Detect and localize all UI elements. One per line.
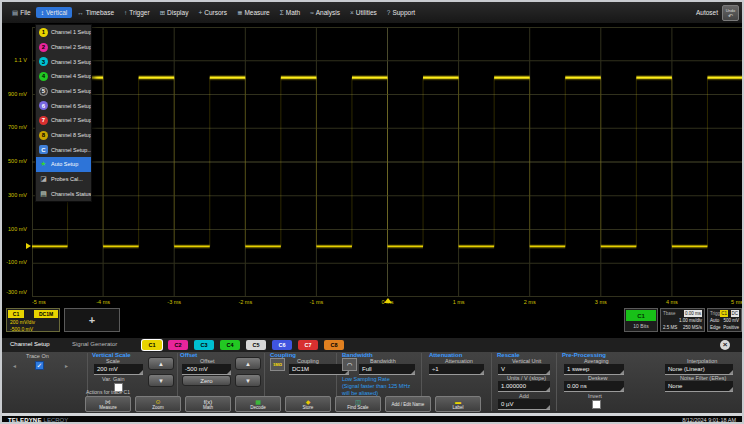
menubar-item-measure[interactable]: ≣ Measure xyxy=(232,7,275,18)
close-icon[interactable]: × xyxy=(720,340,730,350)
attenuation-select[interactable]: ÷1 xyxy=(429,364,484,375)
trigger-summary-box[interactable]: Trigger C1 DC Auto 500 mV Edge Positive xyxy=(707,308,742,332)
undo-button[interactable]: Undo ↶ xyxy=(722,5,739,21)
menu-item-channel-8-setup[interactable]: 8 Channel 8 Setup... xyxy=(36,128,91,143)
channel-chip-c7[interactable]: C7 xyxy=(298,340,318,350)
oscilloscope-app: ▤ File ↕ Vertical ↔ Timebase ↑ Trigger ⊞… xyxy=(0,0,744,424)
bandwidth-select[interactable]: Full xyxy=(359,364,415,375)
window-frame xyxy=(0,0,744,2)
offset-field[interactable]: -500 mV xyxy=(182,364,231,375)
averaging-field[interactable]: 1 sweep xyxy=(564,364,624,375)
channel-badge-3: 3 xyxy=(39,57,48,66)
offset-up-button[interactable]: ▲ xyxy=(235,357,261,370)
menubar-item-trigger[interactable]: ↑ Trigger xyxy=(119,7,155,18)
offset-header: Offset xyxy=(180,352,197,358)
menu-item-channel-3-setup[interactable]: 3 Channel 3 Setup... xyxy=(36,54,91,69)
channel-descriptor-box[interactable]: C1 DC1M 200 mV/div -500.0 mV xyxy=(6,308,60,332)
y-axis-labels: 1.1 V900 mV700 mV500 mV300 mV100 mV-100 … xyxy=(2,27,30,297)
zero-button[interactable]: Zero xyxy=(182,375,231,386)
menubar-item-analysis[interactable]: ≈ Analysis xyxy=(305,7,345,18)
tab-channel-setup[interactable]: Channel Setup xyxy=(10,341,50,347)
impedance-chip-icon: 1MΩ xyxy=(270,358,285,371)
menu-item-channel-4-setup[interactable]: 4 Channel 4 Setup... xyxy=(36,69,91,84)
menu-item-channel-setup[interactable]: C Channel Setup... xyxy=(36,142,91,157)
x-axis-label: -3 ms xyxy=(167,299,181,305)
menu-item-channel-7-setup[interactable]: 7 Channel 7 Setup... xyxy=(36,113,91,128)
channel-badge-5: 5 xyxy=(39,87,48,96)
decode-button[interactable]: ▦ Decode xyxy=(235,396,281,412)
coupling-select[interactable]: DC1M xyxy=(289,364,349,375)
channel-chip-c6[interactable]: C6 xyxy=(272,340,292,350)
store-button[interactable]: ◆ Store xyxy=(285,396,331,412)
channel-chip-c2[interactable]: C2 xyxy=(168,340,188,350)
channel-chip-c3[interactable]: C3 xyxy=(194,340,214,350)
tab-signal-generator[interactable]: Signal Generator xyxy=(72,341,117,347)
vertical-menu-dropdown: 1 Channel 1 Setup... 2 Channel 2 Setup..… xyxy=(35,24,92,202)
probe-cal-icon: ◪ xyxy=(39,175,48,183)
invert-checkbox[interactable] xyxy=(592,400,601,409)
menu-item-probes-cal[interactable]: ◪ Probes Cal... xyxy=(36,172,91,187)
channel-offset-marker[interactable] xyxy=(26,243,31,249)
menu-item-auto-setup[interactable]: ★ Auto Setup xyxy=(36,157,91,172)
menu-item-channel-1-setup[interactable]: 1 Channel 1 Setup... xyxy=(36,25,91,40)
analysis-wave-icon: ≈ xyxy=(310,10,314,16)
channel-chip-c1[interactable]: C1 xyxy=(142,340,162,350)
invert-label: Invert xyxy=(588,393,602,399)
timebase-summary-box[interactable]: Tbase 0.00 ms 1.00 ms/div 2.5 MS 250 MS/… xyxy=(660,308,705,332)
menubar-item-timebase[interactable]: ↔ Timebase xyxy=(72,7,119,18)
channel-badge-c: C xyxy=(39,145,48,154)
menubar-item-vertical[interactable]: ↕ Vertical xyxy=(36,7,73,18)
measure-button[interactable]: ⋈ Measure xyxy=(85,396,131,412)
file-icon: ▤ xyxy=(12,10,18,16)
menu-item-channel-6-setup[interactable]: 6 Channel 6 Setup... xyxy=(36,98,91,113)
add-trace-box[interactable]: + xyxy=(64,308,120,332)
menu-item-channels-status[interactable]: ▤ Channels Status... xyxy=(36,186,91,201)
channel-badge-8: 8 xyxy=(39,131,48,140)
timebase-rate: 250 MS/s xyxy=(683,325,702,330)
interpolation-select[interactable]: None (Linear) xyxy=(665,364,733,375)
zoom-button[interactable]: ⊙ Zoom xyxy=(135,396,181,412)
slope-field[interactable]: 1.000000 xyxy=(498,381,550,392)
actions-for-trace-label: Actions for trace C1 xyxy=(86,389,130,395)
offset-down-button[interactable]: ▼ xyxy=(235,374,261,387)
menubar-item-display[interactable]: ⊞ Display xyxy=(155,7,194,18)
resolution-readout: 10 Bits xyxy=(625,323,657,329)
add-field[interactable]: 0 µV xyxy=(498,399,550,410)
trace-on-checkbox[interactable]: ✓ xyxy=(35,361,44,370)
channel-chip-c8[interactable]: C8 xyxy=(324,340,344,350)
active-channel-box[interactable]: C1 10 Bits xyxy=(624,308,658,332)
x-axis-label: -4 ms xyxy=(96,299,110,305)
menubar-item-cursors[interactable]: + Cursors xyxy=(193,7,232,18)
next-channel-arrow[interactable]: ► xyxy=(64,363,69,369)
timebase-arrows-icon: ↔ xyxy=(77,10,84,16)
trigger-time-marker[interactable] xyxy=(384,298,392,303)
menu-item-channel-2-setup[interactable]: 2 Channel 2 Setup... xyxy=(36,40,91,55)
label-button[interactable]: ▬ Label xyxy=(435,396,481,412)
menubar-item-support[interactable]: ? Support xyxy=(382,7,420,18)
menu-item-channel-5-setup[interactable]: 5 Channel 5 Setup... xyxy=(36,84,91,99)
vertical-unit-select[interactable]: V xyxy=(498,364,550,375)
x-axis-label: 1 ms xyxy=(453,299,465,305)
trace-on-label: Trace On xyxy=(26,353,49,359)
display-grid-icon: ⊞ xyxy=(160,10,165,16)
noise-filter-select[interactable]: None xyxy=(665,381,733,392)
math-button[interactable]: f(x) Math xyxy=(185,396,231,412)
channel-chip-c4[interactable]: C4 xyxy=(220,340,240,350)
menubar-item-utilities[interactable]: × Utilities xyxy=(345,7,382,18)
add-edit-name-button[interactable]: Add / Edit Name xyxy=(385,396,431,412)
menubar-item-file[interactable]: ▤ File xyxy=(7,7,36,18)
channel-badge-1: 1 xyxy=(39,28,48,37)
channel-chip-c5[interactable]: C5 xyxy=(246,340,266,350)
scale-up-button[interactable]: ▲ xyxy=(148,357,174,370)
deskew-field[interactable]: 0.00 ns xyxy=(564,381,624,392)
coupling-label: DC1M xyxy=(34,310,58,318)
trigger-mode: Auto xyxy=(710,318,719,323)
prev-channel-arrow[interactable]: ◄ xyxy=(12,363,17,369)
trigger-source: C1 xyxy=(720,310,728,317)
divider xyxy=(556,353,557,411)
menubar-item-math[interactable]: Σ Math xyxy=(275,7,305,18)
scale-field[interactable]: 200 mV xyxy=(94,364,143,375)
find-scale-button[interactable]: ◫ Find Scale xyxy=(335,396,381,412)
scale-down-button[interactable]: ▼ xyxy=(148,374,174,387)
autoset-button[interactable]: Autoset xyxy=(696,9,718,16)
